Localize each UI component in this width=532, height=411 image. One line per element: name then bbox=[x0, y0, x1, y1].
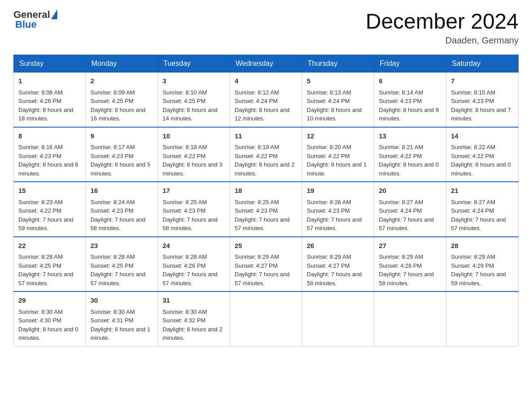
day-number: 24 bbox=[163, 241, 225, 251]
calendar-cell: 14 Sunrise: 8:22 AM Sunset: 4:22 PM Dayl… bbox=[446, 127, 519, 182]
weekday-header-saturday: Saturday bbox=[446, 55, 519, 73]
weekday-header-tuesday: Tuesday bbox=[158, 55, 230, 73]
day-number: 15 bbox=[18, 186, 81, 196]
day-info: Sunrise: 8:10 AM Sunset: 4:25 PM Dayligh… bbox=[163, 88, 225, 123]
day-info: Sunrise: 8:12 AM Sunset: 4:24 PM Dayligh… bbox=[235, 88, 297, 123]
day-number: 11 bbox=[235, 131, 297, 141]
day-number: 3 bbox=[163, 76, 225, 86]
calendar-cell: 6 Sunrise: 8:14 AM Sunset: 4:23 PM Dayli… bbox=[374, 73, 446, 127]
day-info: Sunrise: 8:18 AM Sunset: 4:22 PM Dayligh… bbox=[163, 143, 225, 178]
calendar-cell: 22 Sunrise: 8:28 AM Sunset: 4:25 PM Dayl… bbox=[14, 237, 86, 292]
day-info: Sunrise: 8:08 AM Sunset: 4:26 PM Dayligh… bbox=[18, 88, 81, 123]
calendar-cell: 17 Sunrise: 8:25 AM Sunset: 4:23 PM Dayl… bbox=[158, 182, 230, 237]
weekday-header-row: SundayMondayTuesdayWednesdayThursdayFrid… bbox=[14, 55, 519, 73]
day-info: Sunrise: 8:13 AM Sunset: 4:24 PM Dayligh… bbox=[307, 88, 369, 123]
calendar-cell: 27 Sunrise: 8:29 AM Sunset: 4:28 PM Dayl… bbox=[374, 237, 446, 292]
day-number: 19 bbox=[307, 186, 369, 196]
calendar-cell: 21 Sunrise: 8:27 AM Sunset: 4:24 PM Dayl… bbox=[446, 182, 519, 237]
calendar-cell: 23 Sunrise: 8:28 AM Sunset: 4:25 PM Dayl… bbox=[86, 237, 158, 292]
day-info: Sunrise: 8:16 AM Sunset: 4:23 PM Dayligh… bbox=[18, 143, 81, 178]
day-number: 8 bbox=[18, 131, 81, 141]
calendar-cell: 11 Sunrise: 8:19 AM Sunset: 4:22 PM Dayl… bbox=[230, 127, 302, 182]
calendar-cell: 15 Sunrise: 8:23 AM Sunset: 4:22 PM Dayl… bbox=[14, 182, 86, 237]
calendar-cell: 5 Sunrise: 8:13 AM Sunset: 4:24 PM Dayli… bbox=[302, 73, 374, 127]
day-info: Sunrise: 8:09 AM Sunset: 4:25 PM Dayligh… bbox=[90, 88, 153, 123]
day-info: Sunrise: 8:28 AM Sunset: 4:26 PM Dayligh… bbox=[163, 253, 225, 287]
day-number: 18 bbox=[235, 186, 297, 196]
day-info: Sunrise: 8:15 AM Sunset: 4:23 PM Dayligh… bbox=[451, 88, 514, 123]
calendar-week-3: 15 Sunrise: 8:23 AM Sunset: 4:22 PM Dayl… bbox=[14, 182, 519, 237]
day-info: Sunrise: 8:30 AM Sunset: 4:32 PM Dayligh… bbox=[163, 308, 225, 342]
month-title: December 2024 bbox=[365, 9, 519, 34]
day-info: Sunrise: 8:20 AM Sunset: 4:22 PM Dayligh… bbox=[307, 143, 369, 178]
calendar-cell: 2 Sunrise: 8:09 AM Sunset: 4:25 PM Dayli… bbox=[86, 73, 158, 127]
calendar-cell: 20 Sunrise: 8:27 AM Sunset: 4:24 PM Dayl… bbox=[374, 182, 446, 237]
weekday-header-wednesday: Wednesday bbox=[230, 55, 302, 73]
calendar-cell: 26 Sunrise: 8:29 AM Sunset: 4:27 PM Dayl… bbox=[302, 237, 374, 292]
calendar-week-5: 29 Sunrise: 8:30 AM Sunset: 4:30 PM Dayl… bbox=[14, 291, 519, 346]
calendar-week-1: 1 Sunrise: 8:08 AM Sunset: 4:26 PM Dayli… bbox=[14, 73, 519, 127]
day-number: 25 bbox=[235, 241, 297, 251]
day-info: Sunrise: 8:28 AM Sunset: 4:25 PM Dayligh… bbox=[18, 253, 81, 287]
day-info: Sunrise: 8:27 AM Sunset: 4:24 PM Dayligh… bbox=[379, 198, 442, 233]
day-number: 28 bbox=[451, 241, 514, 251]
calendar-cell: 10 Sunrise: 8:18 AM Sunset: 4:22 PM Dayl… bbox=[158, 127, 230, 182]
day-number: 16 bbox=[90, 186, 153, 196]
day-info: Sunrise: 8:26 AM Sunset: 4:23 PM Dayligh… bbox=[307, 198, 369, 233]
day-number: 12 bbox=[307, 131, 369, 141]
logo-blue-text: Blue bbox=[15, 19, 37, 30]
day-number: 10 bbox=[163, 131, 225, 141]
calendar-cell: 28 Sunrise: 8:29 AM Sunset: 4:29 PM Dayl… bbox=[446, 237, 519, 292]
day-number: 9 bbox=[90, 131, 153, 141]
calendar-cell: 9 Sunrise: 8:17 AM Sunset: 4:23 PM Dayli… bbox=[86, 127, 158, 182]
day-info: Sunrise: 8:25 AM Sunset: 4:23 PM Dayligh… bbox=[163, 198, 225, 233]
day-number: 4 bbox=[235, 76, 297, 86]
day-info: Sunrise: 8:29 AM Sunset: 4:27 PM Dayligh… bbox=[235, 253, 297, 287]
day-info: Sunrise: 8:21 AM Sunset: 4:22 PM Dayligh… bbox=[379, 143, 442, 178]
page-header: General Blue December 2024 Daaden, Germa… bbox=[13, 9, 519, 46]
calendar-cell: 8 Sunrise: 8:16 AM Sunset: 4:23 PM Dayli… bbox=[14, 127, 86, 182]
day-number: 20 bbox=[379, 186, 442, 196]
day-number: 30 bbox=[90, 295, 153, 306]
calendar-cell: 16 Sunrise: 8:24 AM Sunset: 4:23 PM Dayl… bbox=[86, 182, 158, 237]
day-info: Sunrise: 8:23 AM Sunset: 4:22 PM Dayligh… bbox=[18, 198, 81, 233]
calendar-cell: 18 Sunrise: 8:25 AM Sunset: 4:23 PM Dayl… bbox=[230, 182, 302, 237]
day-number: 21 bbox=[451, 186, 514, 196]
calendar-cell bbox=[446, 291, 519, 346]
day-number: 17 bbox=[163, 186, 225, 196]
weekday-header-sunday: Sunday bbox=[14, 55, 86, 73]
calendar-cell: 13 Sunrise: 8:21 AM Sunset: 4:22 PM Dayl… bbox=[374, 127, 446, 182]
day-number: 27 bbox=[379, 241, 442, 251]
calendar-cell: 3 Sunrise: 8:10 AM Sunset: 4:25 PM Dayli… bbox=[158, 73, 230, 127]
day-number: 5 bbox=[307, 76, 369, 86]
day-info: Sunrise: 8:17 AM Sunset: 4:23 PM Dayligh… bbox=[90, 143, 153, 178]
day-info: Sunrise: 8:29 AM Sunset: 4:28 PM Dayligh… bbox=[379, 253, 442, 287]
day-number: 31 bbox=[163, 295, 225, 306]
day-number: 22 bbox=[18, 241, 81, 251]
day-info: Sunrise: 8:22 AM Sunset: 4:22 PM Dayligh… bbox=[451, 143, 514, 178]
title-section: December 2024 Daaden, Germany bbox=[365, 9, 519, 46]
logo: General Blue bbox=[13, 9, 57, 30]
day-info: Sunrise: 8:24 AM Sunset: 4:23 PM Dayligh… bbox=[90, 198, 153, 233]
calendar-cell: 7 Sunrise: 8:15 AM Sunset: 4:23 PM Dayli… bbox=[446, 73, 519, 127]
weekday-header-friday: Friday bbox=[374, 55, 446, 73]
day-info: Sunrise: 8:14 AM Sunset: 4:23 PM Dayligh… bbox=[379, 88, 442, 123]
logo-triangle-icon bbox=[51, 9, 57, 19]
calendar-cell: 12 Sunrise: 8:20 AM Sunset: 4:22 PM Dayl… bbox=[302, 127, 374, 182]
day-number: 26 bbox=[307, 241, 369, 251]
calendar-cell: 19 Sunrise: 8:26 AM Sunset: 4:23 PM Dayl… bbox=[302, 182, 374, 237]
calendar-cell: 31 Sunrise: 8:30 AM Sunset: 4:32 PM Dayl… bbox=[158, 291, 230, 346]
day-info: Sunrise: 8:30 AM Sunset: 4:30 PM Dayligh… bbox=[18, 308, 81, 342]
calendar-cell: 4 Sunrise: 8:12 AM Sunset: 4:24 PM Dayli… bbox=[230, 73, 302, 127]
day-number: 29 bbox=[18, 295, 81, 306]
calendar-cell: 24 Sunrise: 8:28 AM Sunset: 4:26 PM Dayl… bbox=[158, 237, 230, 292]
day-number: 1 bbox=[18, 76, 81, 86]
day-info: Sunrise: 8:29 AM Sunset: 4:27 PM Dayligh… bbox=[307, 253, 369, 287]
calendar-cell bbox=[302, 291, 374, 346]
day-info: Sunrise: 8:27 AM Sunset: 4:24 PM Dayligh… bbox=[451, 198, 514, 233]
weekday-header-monday: Monday bbox=[86, 55, 158, 73]
day-number: 23 bbox=[90, 241, 153, 251]
day-info: Sunrise: 8:30 AM Sunset: 4:31 PM Dayligh… bbox=[90, 308, 153, 342]
day-info: Sunrise: 8:29 AM Sunset: 4:29 PM Dayligh… bbox=[451, 253, 514, 287]
calendar-week-2: 8 Sunrise: 8:16 AM Sunset: 4:23 PM Dayli… bbox=[14, 127, 519, 182]
